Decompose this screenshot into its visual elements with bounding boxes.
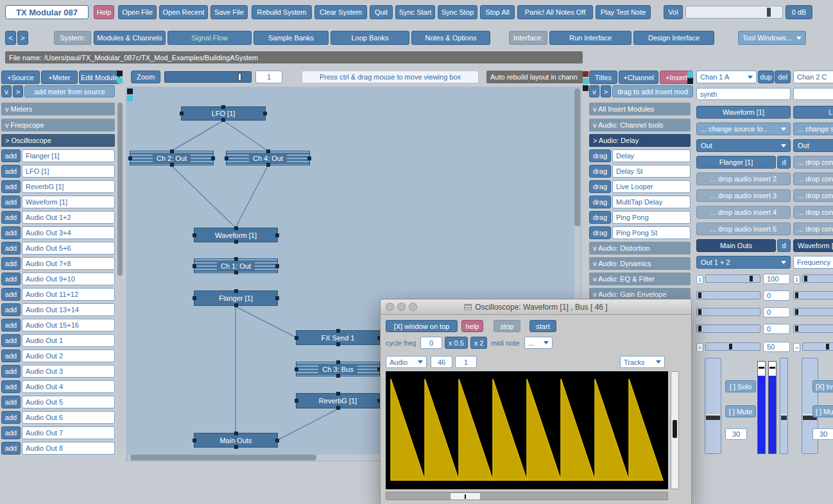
duplicate-channel-button[interactable]: dup [758, 71, 774, 83]
slider-1-value[interactable]: 100 [763, 274, 790, 284]
node-port[interactable] [336, 342, 340, 346]
titles-button[interactable]: Titles [589, 71, 617, 84]
canvas-horizontal-scrollbar-handle[interactable] [130, 455, 316, 460]
window-titlebar[interactable]: Oscilloscope: Waveform [1] , Bus [ 46 ] [381, 299, 691, 315]
slider-handle[interactable] [698, 309, 701, 315]
channel-slider-2[interactable] [696, 291, 760, 299]
panic-button[interactable]: Panic! All Notes Off [517, 5, 593, 19]
times-half-button[interactable]: x 0.5 [445, 337, 468, 349]
scope-horizontal-scrollbar[interactable] [386, 492, 668, 500]
sync-start-button[interactable]: Sync Start [395, 5, 435, 19]
scope-tracks-dropdown[interactable]: Tracks [620, 356, 665, 368]
mute-button[interactable]: [ ] Mute [725, 405, 756, 417]
save-file-button[interactable]: Save File [210, 5, 248, 19]
drag-module-button[interactable]: drag [589, 196, 611, 208]
add-module-button[interactable]: add [1, 426, 21, 439]
section-meters[interactable]: v Meters [1, 103, 115, 115]
collapse-button[interactable]: v [1, 85, 12, 97]
node-port[interactable] [263, 112, 267, 115]
zoom-button[interactable]: Zoom [131, 71, 160, 83]
node-reverb[interactable]: ReverbG [1] [296, 393, 380, 408]
tool-windows-dropdown[interactable]: Tool Windows... [738, 31, 806, 45]
insert-drop-2[interactable]: ... drop control insert 2 [793, 172, 833, 185]
slider-handle[interactable] [729, 344, 732, 349]
node-fx-send[interactable]: FX Send 1 [296, 330, 380, 345]
node-port[interactable] [275, 233, 279, 237]
channel-slider-4[interactable] [696, 324, 760, 333]
add-module-button[interactable]: add [1, 411, 21, 424]
insert-module-item[interactable]: Live Looper [612, 180, 691, 193]
solo-button[interactable]: [ ] Solo [725, 380, 756, 392]
source-out-dropdown[interactable]: Out [793, 139, 833, 152]
meter-handle[interactable] [759, 367, 764, 369]
drag-module-button[interactable]: drag [589, 149, 611, 162]
destination-delete-button[interactable]: d [777, 239, 791, 252]
destination-button[interactable]: Waveform [1] [793, 239, 833, 252]
channel-slider-4[interactable] [793, 324, 833, 333]
drag-module-button[interactable]: drag [589, 180, 611, 193]
node-port[interactable] [275, 439, 279, 442]
rebuild-system-button[interactable]: Rebuild System [252, 5, 312, 19]
add-module-button[interactable]: add [1, 380, 21, 393]
source-module-item[interactable]: Audio Out 6 [22, 411, 115, 424]
node-port[interactable] [193, 233, 196, 237]
insert-drop-target[interactable]: drag to add insert mod [612, 85, 693, 97]
node-port[interactable] [336, 406, 340, 410]
play-test-note-button[interactable]: Play Test Note [596, 5, 651, 19]
node-main-outs[interactable]: Main Outs [194, 433, 278, 448]
source-module-item[interactable]: Waveform [1] [22, 196, 115, 208]
source-module-item[interactable]: Audio Out 8 [22, 442, 115, 455]
add-source-button[interactable]: +Source [1, 71, 40, 84]
quit-button[interactable]: Quit [370, 5, 393, 19]
add-module-button[interactable]: add [1, 349, 21, 362]
node-port[interactable] [234, 257, 238, 261]
insert-module-item[interactable]: MultiTap Delay [612, 196, 691, 208]
level-meter[interactable] [757, 361, 766, 454]
source-module-item[interactable]: Audio Out 5+6 [22, 242, 115, 255]
node-port[interactable] [234, 432, 238, 435]
scope-help-button[interactable]: help [461, 320, 483, 332]
cycle-freq-input[interactable]: 0 [420, 337, 442, 349]
source-module-item[interactable]: Audio Out 1 [22, 334, 115, 347]
node-port[interactable] [128, 156, 132, 160]
section-oscilloscope[interactable]: > Oscilloscope [1, 134, 115, 147]
add-meter-button[interactable]: +Meter [41, 71, 78, 84]
node-port[interactable] [193, 296, 196, 300]
meter-handle[interactable] [769, 367, 775, 369]
slider-handle[interactable] [698, 326, 701, 332]
expand-button[interactable]: > [601, 85, 611, 97]
insert-drop-4[interactable]: ... drop control insert 4 [793, 206, 833, 219]
source-panel-scrollbar-handle[interactable] [117, 103, 123, 276]
tab-notes-options[interactable]: Notes & Options [411, 31, 490, 45]
node-port[interactable] [234, 289, 238, 293]
node-port[interactable] [307, 156, 311, 160]
node-port[interactable] [225, 156, 228, 160]
section-freqscope[interactable]: v Freqscope [1, 119, 115, 131]
insert-1-button[interactable]: Flanger [1] [696, 156, 776, 169]
add-module-button[interactable]: add [1, 273, 21, 285]
node-ch2-out[interactable]: Ch 2: Out [130, 151, 214, 165]
source-module-item[interactable]: Audio Out 7+8 [22, 257, 115, 270]
node-port[interactable] [336, 374, 340, 378]
out-bus-dropdown[interactable]: Out 1 + 2 [696, 256, 791, 269]
fader-handle[interactable] [781, 414, 787, 420]
insert-drop-1[interactable]: ... drop control insert 1 [793, 156, 833, 169]
change-source-dropdown[interactable]: ... change source to.. [696, 122, 791, 135]
slider-handle[interactable] [826, 344, 829, 349]
scope-mode-dropdown[interactable]: Audio [386, 356, 427, 368]
delete-channel-button[interactable]: del [775, 71, 791, 83]
source-panel-scrollbar[interactable] [117, 103, 123, 455]
canvas-vertical-scrollbar-handle[interactable] [574, 88, 580, 226]
node-port[interactable] [211, 156, 215, 160]
channel-slider-1[interactable] [802, 274, 833, 283]
node-port[interactable] [336, 392, 340, 396]
open-recent-button[interactable]: Open Recent [159, 5, 208, 19]
slider-handle[interactable] [795, 326, 798, 332]
design-interface-button[interactable]: Design Interface [633, 31, 714, 45]
scope-bus-input[interactable]: 46 [431, 356, 452, 368]
param-dropdown[interactable]: Frequency [793, 256, 833, 269]
section-all-inserts[interactable]: v All Insert Modules [589, 103, 691, 115]
node-port[interactable] [234, 303, 238, 307]
source-module-item[interactable]: Audio Out 7 [22, 426, 115, 439]
channel-slider-5[interactable] [705, 342, 760, 351]
